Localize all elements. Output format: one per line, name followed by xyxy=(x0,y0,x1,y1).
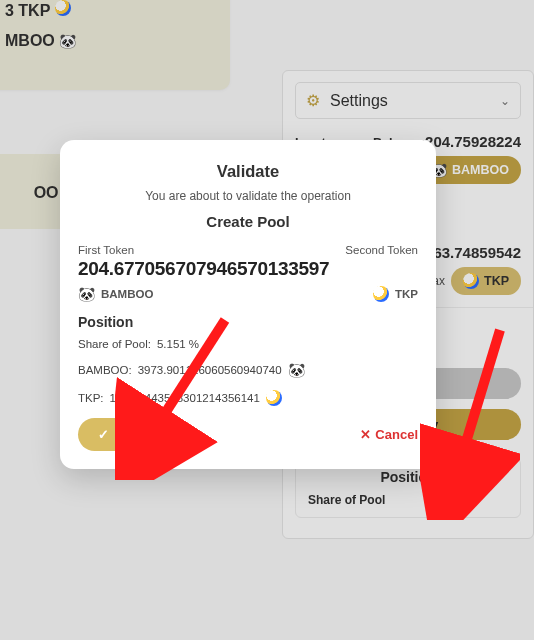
amount-value: 204.677056707946570133597 xyxy=(78,258,418,280)
position-bamboo-line: BAMBOO: 3973.901116060560940740 🐼 xyxy=(78,362,418,378)
token-2-name: TKP xyxy=(395,288,418,300)
modal-actions: ✓ Validate ✕ Cancel xyxy=(78,418,418,451)
tkp-line-label: TKP: xyxy=(78,392,104,404)
token-labels-row: First Token Second Token xyxy=(78,244,418,256)
modal-subtitle: You are about to validate the operation xyxy=(78,189,418,203)
position-tkp-line: TKP: 10945.443548301214356141 xyxy=(78,390,418,406)
check-icon: ✓ xyxy=(98,427,109,442)
modal-title: Validate xyxy=(78,162,418,181)
modal-operation: Create Pool xyxy=(78,213,418,230)
position-section-title: Position xyxy=(78,314,418,330)
panda-icon: 🐼 xyxy=(288,362,305,378)
second-token-label: Second Token xyxy=(345,244,418,256)
token-2: TKP xyxy=(373,286,418,302)
tkp-line-value: 10945.443548301214356141 xyxy=(110,392,260,404)
token-1: 🐼 BAMBOO xyxy=(78,286,153,302)
share-line-label: Share of Pool: xyxy=(78,338,151,350)
cancel-button[interactable]: ✕ Cancel xyxy=(360,427,418,442)
position-share-line: Share of Pool: 5.151 % xyxy=(78,338,418,350)
share-line-value: 5.151 % xyxy=(157,338,199,350)
token-pair-row: 🐼 BAMBOO TKP xyxy=(78,286,418,302)
cancel-button-label: Cancel xyxy=(375,427,418,442)
validate-button[interactable]: ✓ Validate xyxy=(78,418,184,451)
tkp-icon xyxy=(373,286,389,302)
bamboo-line-value: 3973.901116060560940740 xyxy=(138,364,282,376)
token-1-name: BAMBOO xyxy=(101,288,153,300)
tkp-icon xyxy=(266,390,282,406)
validate-modal: Validate You are about to validate the o… xyxy=(60,140,436,469)
validate-button-label: Validate xyxy=(115,427,164,442)
panda-icon: 🐼 xyxy=(78,286,95,302)
first-token-label: First Token xyxy=(78,244,134,256)
close-icon: ✕ xyxy=(360,427,371,442)
bamboo-line-label: BAMBOO: xyxy=(78,364,132,376)
